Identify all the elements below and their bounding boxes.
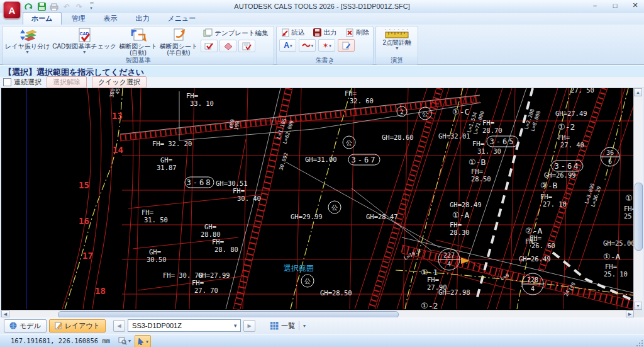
cad-text-label: 30. 40 [237,195,261,202]
redline-output-button[interactable]: 出力 [311,27,339,38]
cad-survey-number: 227 [443,252,455,259]
dropdown-arrow-icon: ▼ [82,50,87,54]
cross-section-semi-label2: (半自動) [167,50,191,56]
check-sheet-button[interactable] [238,40,255,52]
deselect-button[interactable]: 選択解除 [47,76,87,88]
load-icon [280,28,289,37]
cad-text-label: 45 [114,88,121,94]
cross-section-auto-button[interactable]: 横断図シート (自動) [118,27,158,56]
cad-text-label: GH=25.00 [603,239,634,247]
minimize-button[interactable]: − [590,2,600,9]
cad-text-label: ①- [625,193,634,203]
cad-canvas[interactable]: FH=33. 10FH=32. 60GH=32.01FH=31. 30FH= 3… [1,88,634,310]
cad-text-label: 27. 10 [543,200,567,208]
tab-manage[interactable]: 管理 [64,13,94,25]
maximize-button[interactable]: □ [610,2,620,9]
cad-text-label: GH=30.51 [216,179,248,187]
redline-delete-button[interactable]: 削除 [343,27,372,38]
sheet-list-button[interactable]: 一覧 ▾ [268,319,308,332]
prev-sheet-button[interactable]: ◀ [113,320,125,332]
redline-star-button[interactable]: ✶ ▾ [318,39,335,52]
sheet-pen-icon [342,42,351,50]
cad-text-label: FH= [605,263,617,270]
cad-text-label: 25. [624,212,634,220]
template-edit-button[interactable]: テンプレート編集 [201,28,270,38]
dropdown-arrow-icon: ▾ [290,43,292,48]
redline-load-button[interactable]: 読込 [278,27,307,38]
cad-text-label: 33. 10 [190,100,214,107]
close-button[interactable]: ✕ [630,1,640,9]
cad-circle-text: 2 [400,109,403,115]
cad-text-label: FH= [624,205,634,212]
application-window: ↶ ↷ ▔▾ AUTODESK CALS TOOLS 2026 - [SS3-D… [0,0,644,347]
redline-edit-button[interactable] [338,39,355,52]
cad-text-label: 17 [82,251,93,261]
dropdown-arrow-icon: ▼ [25,50,30,54]
checkbox-icon [3,78,11,86]
cad-text-label: FH= [212,238,224,246]
next-sheet-button[interactable]: ▶ [243,320,255,332]
quick-select-button[interactable]: クイック選択 [92,76,147,88]
layer-sort-button[interactable]: レイヤ振り分け ▼ [4,27,51,56]
cad-check-button[interactable]: CAD CAD製図基準チェック ▼ [51,27,118,56]
tab-menu[interactable]: メニュー [160,13,204,25]
redline-wave-button[interactable]: ▾ [299,39,316,52]
tab-output[interactable]: 出力 [128,13,158,25]
cad-text-label: ②-B [540,181,557,190]
cad-circle-text: 公 [331,204,338,211]
cad-text-label: FH= [540,193,552,200]
scroll-right-icon[interactable]: ▶ [626,310,634,317]
cad-text-label: 31.87 [157,164,177,171]
cad-text-label: ①-C [452,107,469,117]
distance-button[interactable]: ・・・・・・ 2点間距離 ▼ [381,27,413,56]
tab-home[interactable]: ホーム [23,12,62,25]
tab-view[interactable]: 表示 [96,13,126,25]
scroll-up-icon[interactable]: ▲ [634,88,642,96]
cad-text-label: GH=28.50 [320,289,352,297]
check-grid-button[interactable] [201,40,218,52]
layout-tab-label: レイアウト [65,321,100,331]
chevron-down-icon: ▾ [146,339,148,344]
cad-text-label: 27. 70 [194,287,218,294]
vertical-scrollbar[interactable]: ▲ ▼ [633,88,643,310]
cad-text-label: GH=31.00 [305,156,337,163]
continuous-select-checkbox[interactable]: 連続選択 [3,77,42,87]
layers-icon [18,27,38,43]
cad-text-label: 18 [95,286,106,296]
cad-text-label: FH= [233,187,245,195]
cad-text-label: FH= 30. 70 [163,271,203,279]
group-label-drafting: 製図基準 [3,57,274,64]
layout-tab-button[interactable]: レイアウト [49,319,106,333]
model-tab-button[interactable]: モデル [4,319,47,333]
select-mode-button[interactable]: ▾ [135,335,151,347]
distance-label: 2点間距離 [382,40,411,46]
layout-page-icon [55,322,62,329]
prompt-bar: 【選択】選択範囲を指示してください [0,65,644,77]
cad-check-icon: CAD [75,27,93,43]
resize-grip[interactable] [636,339,643,347]
cad-text-label: 28.50 [471,175,491,183]
scroll-left-icon[interactable]: ◀ [1,310,9,317]
cad-text-label: GH= [204,223,216,230]
wave-icon [302,42,311,48]
snap-tool-button[interactable]: ▾ [116,335,133,346]
template-edit-label: テンプレート編集 [214,29,268,38]
cad-survey-number: 228 [527,276,538,283]
group-label-calc: 演算 [376,57,418,64]
app-logo[interactable]: A [3,1,21,19]
ribbon: レイヤ振り分け ▼ CAD CAD製図基準チェック ▼ [0,25,644,65]
cad-text-label: 25. 10 [604,270,628,278]
cad-circle-text: 公 [422,110,428,117]
cross-section-semi-button[interactable]: 横断図シート (半自動) [158,27,199,56]
chevron-down-icon: ▼ [233,323,238,329]
cad-stadium-text: 3-65 [490,137,516,146]
cad-text-label: 28.70 [482,127,502,134]
redline-text-button[interactable]: A ▾ [279,39,296,52]
ribbon-group-calc: ・・・・・・ 2点間距離 ▼ 演算 [375,26,418,65]
sheet-select[interactable]: SS3-D1DP001Z ▼ [128,319,241,332]
divider [299,321,299,330]
eraser-button[interactable] [219,40,236,52]
scroll-down-icon[interactable]: ▼ [634,302,642,310]
sheet-auto-icon [128,27,147,43]
vertical-scroll-thumb[interactable] [635,183,643,251]
